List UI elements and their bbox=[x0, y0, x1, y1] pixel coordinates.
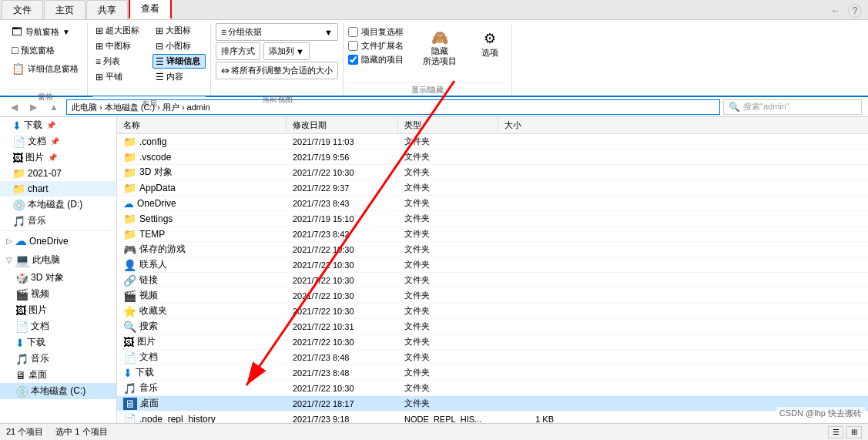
sidebar-item-pics-2[interactable]: 🖼 图片 bbox=[0, 302, 116, 318]
ribbon-tabs: 文件 主页 共享 查看 ← ? bbox=[0, 0, 868, 20]
view-toggle-list[interactable]: ☰ bbox=[828, 426, 843, 438]
btn-nav-pane[interactable]: 🗔导航窗格▼ bbox=[8, 23, 82, 40]
btn-add-columns[interactable]: 添加列▼ bbox=[263, 42, 310, 60]
table-row[interactable]: 🔗链接 2021/7/22 10:30 文件夹 bbox=[117, 273, 868, 288]
group-label-layout: 布局 bbox=[92, 96, 206, 109]
nav-help[interactable]: ? bbox=[848, 4, 862, 18]
table-row-desktop[interactable]: 🖥桌面 2021/7/22 18:17 文件夹 bbox=[117, 396, 868, 411]
sidebar: ⬇ 下载 📌 📄 文档 📌 🖼 图片 📌 📁 2021-07 📁 chart bbox=[0, 117, 117, 440]
tab-share[interactable]: 共享 bbox=[86, 0, 128, 19]
file-list: 名称 修改日期 类型 大小 📁.config 2021/7/19 11:03 文… bbox=[117, 117, 868, 440]
btn-content[interactable]: ☰内容 bbox=[152, 69, 206, 84]
checkbox-file-extensions[interactable]: 文件扩展名 bbox=[348, 40, 404, 52]
sidebar-item-3d[interactable]: 🎲 3D 对象 bbox=[0, 270, 116, 286]
sidebar-item-desktop[interactable]: 🖥 桌面 bbox=[0, 367, 116, 383]
btn-hide-selected[interactable]: 🙈 隐藏所选项目 bbox=[416, 26, 464, 69]
checkbox-hidden-items[interactable]: 隐藏的项目 bbox=[348, 54, 404, 65]
sidebar-item-onedrive[interactable]: ▷ ☁ OneDrive bbox=[0, 230, 116, 250]
btn-details[interactable]: ☰详细信息 bbox=[152, 54, 206, 69]
col-header-date[interactable]: 修改日期 bbox=[287, 117, 398, 133]
watermark: CSDN @lhp 快去搬砖 bbox=[776, 407, 865, 420]
table-row[interactable]: ⭐收藏夹 2021/7/22 10:30 文件夹 bbox=[117, 304, 868, 319]
btn-medium-icons[interactable]: ⊞中图标 bbox=[92, 39, 146, 53]
ribbon-group-layout: ⊞超大图标 ⊞大图标 ⊞中图标 ⊟小图标 ≡列表 ☰详细信息 bbox=[88, 23, 211, 96]
btn-sort-by[interactable]: 排序方式 bbox=[216, 42, 260, 60]
group-label-pane: 窗格 bbox=[8, 89, 82, 102]
btn-small-icons[interactable]: ⊟小图标 bbox=[152, 39, 206, 53]
sidebar-item-2021-07[interactable]: 📁 2021-07 bbox=[0, 166, 116, 181]
table-row[interactable]: ⬇下载 2021/7/23 8:48 文件夹 bbox=[117, 365, 868, 381]
nav-back[interactable]: ← bbox=[826, 4, 845, 18]
table-row[interactable]: 📁Settings 2021/7/19 15:10 文件夹 bbox=[117, 211, 868, 227]
btn-resize-columns[interactable]: ⇔ 将所有列调整为合适的大小 bbox=[216, 62, 338, 79]
table-row[interactable]: 📁AppData 2021/7/22 9:37 文件夹 bbox=[117, 180, 868, 196]
col-header-name[interactable]: 名称 bbox=[117, 117, 287, 133]
ribbon-group-pane: 🗔导航窗格▼ □预览窗格 📋详细信息窗格 窗格 bbox=[3, 23, 88, 96]
sidebar-item-docs-1[interactable]: 📄 文档 📌 bbox=[0, 133, 116, 149]
tab-home[interactable]: 主页 bbox=[44, 0, 85, 19]
btn-large-icons[interactable]: ⊞大图标 bbox=[152, 23, 206, 38]
btn-tiles[interactable]: ⊞平铺 bbox=[92, 69, 146, 84]
sidebar-item-video[interactable]: 🎬 视频 bbox=[0, 286, 116, 302]
table-row[interactable]: ☁OneDrive 2021/7/23 8:43 文件夹 bbox=[117, 196, 868, 211]
table-row[interactable]: 📁.config 2021/7/19 11:03 文件夹 bbox=[117, 134, 868, 149]
col-header-type[interactable]: 类型 bbox=[398, 117, 498, 133]
main-area: ⬇ 下载 📌 📄 文档 📌 🖼 图片 📌 📁 2021-07 📁 chart bbox=[0, 117, 868, 440]
sidebar-item-disk-d[interactable]: 💿 本地磁盘 (D:) bbox=[0, 196, 116, 213]
table-row[interactable]: 📄文档 2021/7/23 8:48 文件夹 bbox=[117, 350, 868, 365]
sidebar-item-chart[interactable]: 📁 chart bbox=[0, 181, 116, 196]
btn-list[interactable]: ≡列表 bbox=[92, 54, 146, 69]
view-toggle-grid[interactable]: ⊞ bbox=[846, 426, 862, 438]
tab-view[interactable]: 查看 bbox=[129, 0, 172, 19]
sidebar-item-docs-2[interactable]: 📄 文档 bbox=[0, 318, 116, 334]
btn-preview-pane[interactable]: □预览窗格 bbox=[8, 42, 82, 59]
ribbon-group-show-hide: 项目复选框 文件扩展名 隐藏的项目 🙈 隐藏所选项目 bbox=[344, 23, 512, 96]
sidebar-item-music-2[interactable]: 🎵 音乐 bbox=[0, 351, 116, 367]
file-list-header: 名称 修改日期 类型 大小 bbox=[117, 117, 868, 134]
btn-group-by[interactable]: ≡分组依据▼ bbox=[216, 23, 338, 41]
search-box[interactable]: 🔍 搜索"admin" bbox=[723, 99, 862, 115]
tab-file[interactable]: 文件 bbox=[2, 0, 43, 19]
status-bar: 21 个项目 选中 1 个项目 ☰ ⊞ bbox=[0, 423, 868, 440]
sidebar-item-this-pc[interactable]: ▽ 💻 此电脑 bbox=[0, 250, 116, 270]
btn-extra-large-icons[interactable]: ⊞超大图标 bbox=[92, 23, 146, 38]
status-text: 21 个项目 bbox=[6, 426, 43, 438]
table-row[interactable]: 🎬视频 2021/7/22 10:30 文件夹 bbox=[117, 288, 868, 304]
sidebar-item-pics-1[interactable]: 🖼 图片 📌 bbox=[0, 149, 116, 166]
sidebar-item-disk-c[interactable]: 💿 本地磁盘 (C:) bbox=[0, 383, 116, 399]
ribbon-group-current-view: ≡分组依据▼ 排序方式 添加列▼ ⇔ 将所有列调整为合适的大小 当前 bbox=[211, 23, 344, 96]
selection-count: 选中 1 个项目 bbox=[55, 426, 107, 438]
table-row[interactable]: 🎵音乐 2021/7/22 10:30 文件夹 bbox=[117, 381, 868, 396]
sidebar-item-download-2[interactable]: ⬇ 下载 bbox=[0, 334, 116, 351]
btn-options[interactable]: ⚙ 选项 bbox=[473, 26, 507, 62]
table-row[interactable]: 📁TEMP 2021/7/23 8:42 文件夹 bbox=[117, 227, 868, 242]
sidebar-item-download-1[interactable]: ⬇ 下载 📌 bbox=[0, 117, 116, 133]
table-row[interactable]: 📁.vscode 2021/7/19 9:56 文件夹 bbox=[117, 149, 868, 165]
table-row[interactable]: 🔍搜索 2021/7/22 10:31 文件夹 bbox=[117, 319, 868, 334]
group-label-show-hide: 显示/隐藏 bbox=[348, 82, 507, 96]
btn-details-pane[interactable]: 📋详细信息窗格 bbox=[8, 60, 82, 77]
table-row[interactable]: 📁3D 对象 2021/7/22 10:30 文件夹 bbox=[117, 165, 868, 180]
sidebar-item-music-1[interactable]: 🎵 音乐 bbox=[0, 213, 116, 229]
group-label-current-view: 当前视图 bbox=[216, 92, 338, 105]
table-row[interactable]: 🎮保存的游戏 2021/7/22 10:30 文件夹 bbox=[117, 242, 868, 257]
table-row[interactable]: 👤联系人 2021/7/22 10:30 文件夹 bbox=[117, 257, 868, 273]
ribbon-content: 🗔导航窗格▼ □预览窗格 📋详细信息窗格 窗格 ⊞超大图标 ⊞ bbox=[0, 20, 868, 97]
table-row[interactable]: 🖼图片 2021/7/22 10:30 文件夹 bbox=[117, 334, 868, 350]
col-header-size[interactable]: 大小 bbox=[498, 117, 560, 133]
checkbox-item-checkbox[interactable]: 项目复选框 bbox=[348, 26, 404, 38]
